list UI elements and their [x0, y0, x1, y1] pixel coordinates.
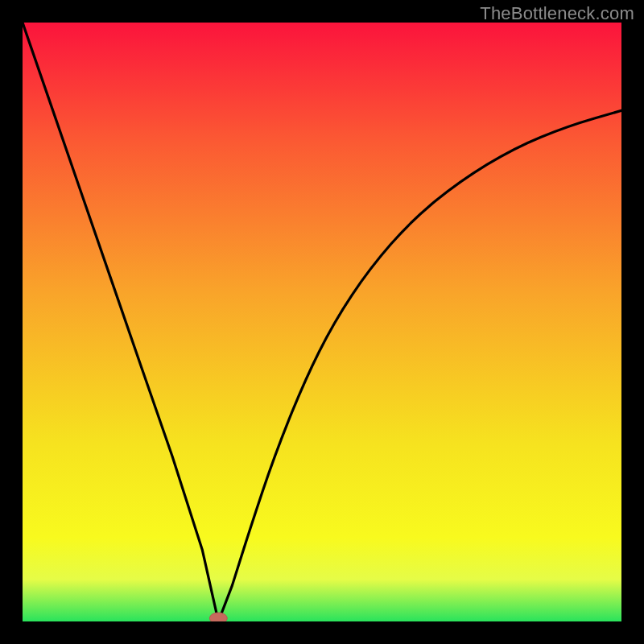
plot-svg: [23, 23, 621, 621]
chart-frame: TheBottleneck.com: [0, 0, 644, 644]
watermark-label: TheBottleneck.com: [480, 3, 634, 24]
plot-area: [23, 23, 621, 621]
gradient-background: [23, 23, 621, 621]
minimum-marker: [209, 613, 227, 621]
